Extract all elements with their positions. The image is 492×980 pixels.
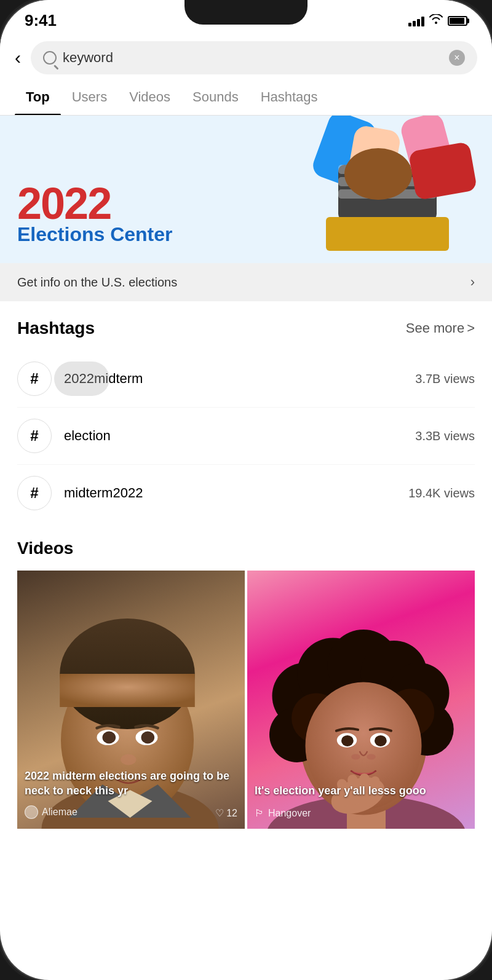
svg-point-17 — [141, 732, 155, 744]
scroll-content: 2022 Elections Center — [0, 116, 492, 980]
svg-point-18 — [121, 754, 136, 765]
hashtag-icon: # — [17, 362, 52, 396]
video-caption: It's election year y'all lesss gooo — [255, 784, 467, 798]
status-icons — [408, 14, 467, 27]
banner-footer-text: Get info on the U.S. elections — [17, 275, 177, 290]
hashtag-item[interactable]: # 2022midterm 3.7B views — [17, 350, 475, 408]
tab-users[interactable]: Users — [61, 79, 118, 115]
banner-footer[interactable]: Get info on the U.S. elections › — [0, 263, 492, 301]
banner-content: 2022 Elections Center — [0, 164, 190, 263]
search-query: keyword — [63, 50, 443, 66]
tab-videos[interactable]: Videos — [118, 79, 181, 115]
hashtags-see-more-button[interactable]: See more > — [406, 320, 475, 336]
video-card[interactable]: 2022 midterm elections are going to be n… — [17, 571, 245, 829]
svg-point-16 — [103, 732, 116, 744]
hashtag-name: 2022midterm — [64, 371, 415, 387]
svg-rect-9 — [408, 141, 477, 200]
tab-hashtags[interactable]: Hashtags — [250, 79, 329, 115]
hashtag-views: 3.3B views — [415, 429, 475, 443]
see-more-chevron-icon: > — [467, 320, 475, 336]
banner-hands-illustration — [283, 116, 492, 251]
hashtags-section-header: Hashtags See more > — [17, 318, 475, 338]
videos-grid: 2022 midterm elections are going to be n… — [17, 571, 475, 829]
videos-section-title: Videos — [17, 539, 475, 558]
wifi-icon — [429, 14, 443, 27]
search-icon — [43, 51, 57, 65]
banner-chevron-icon: › — [470, 274, 475, 290]
hashtag-name: midterm2022 — [64, 485, 408, 501]
svg-point-37 — [367, 754, 375, 760]
hashtag-icon: # — [17, 476, 52, 510]
phone-screen: 9:41 — [0, 0, 492, 980]
tab-sounds[interactable]: Sounds — [181, 79, 250, 115]
search-tabs: Top Users Videos Sounds Hashtags — [0, 79, 492, 116]
svg-point-36 — [351, 754, 360, 760]
banner-title: Elections Center — [17, 223, 173, 246]
hashtags-section-title: Hashtags — [17, 318, 95, 338]
search-area: ‹ keyword × — [0, 35, 492, 74]
hashtag-name: election — [64, 428, 415, 444]
hashtag-icon: # — [17, 419, 52, 453]
svg-point-6 — [344, 148, 412, 200]
hashtag-views: 3.7B views — [415, 372, 475, 386]
banner-year: 2022 — [17, 181, 173, 226]
svg-point-35 — [375, 735, 387, 746]
tab-top[interactable]: Top — [15, 79, 61, 115]
search-bar[interactable]: keyword × — [31, 41, 477, 74]
back-button[interactable]: ‹ — [15, 47, 21, 68]
author-avatar — [25, 805, 38, 819]
signal-icon — [408, 15, 424, 26]
video-likes: ♡ 12 — [215, 807, 237, 819]
videos-section: Videos — [0, 521, 492, 829]
election-banner[interactable]: 2022 Elections Center — [0, 116, 492, 263]
video-card[interactable]: It's election year y'all lesss gooo 🏳 Ha… — [247, 571, 475, 829]
phone-frame: 9:41 — [0, 0, 492, 980]
hashtags-section: Hashtags See more > # 2022midterm 3.7B v… — [0, 301, 492, 521]
status-time: 9:41 — [25, 11, 57, 30]
svg-rect-13 — [60, 674, 195, 707]
hashtag-item[interactable]: # midterm2022 19.4K views — [17, 465, 475, 521]
heart-icon: ♡ — [215, 807, 224, 819]
see-more-label: See more — [406, 320, 464, 336]
video-caption: 2022 midterm elections are going to be n… — [25, 769, 237, 798]
hashtag-views: 19.4K views — [408, 486, 475, 500]
flag-icon: 🏳 — [255, 808, 264, 819]
video-author: 🏳 Hangover — [255, 808, 311, 819]
svg-point-34 — [341, 735, 354, 746]
video-author: Aliemae — [25, 805, 77, 819]
battery-icon — [448, 16, 467, 26]
notch — [184, 0, 308, 25]
clear-search-button[interactable]: × — [449, 50, 465, 66]
svg-rect-7 — [326, 217, 449, 251]
hashtag-item[interactable]: # election 3.3B views — [17, 408, 475, 465]
